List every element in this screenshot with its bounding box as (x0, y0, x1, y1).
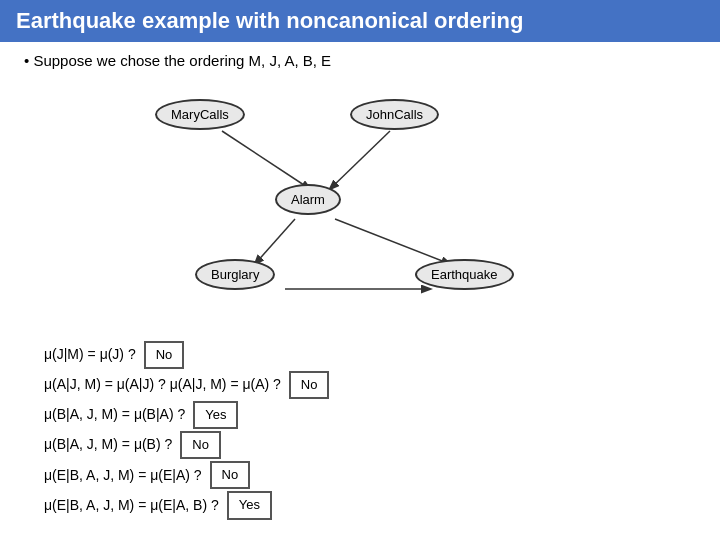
list-item: μ(B|A, J, M) = μ(B|A) ?Yes (44, 401, 696, 429)
svg-line-1 (330, 131, 390, 189)
list-item: μ(A|J, M) = μ(A|J) ? μ(A|J, M) = μ(A) ?N… (44, 371, 696, 399)
list-item: μ(J|M) = μ(J) ?No (44, 341, 696, 369)
answer-box: No (210, 461, 251, 489)
bullet-text: μ(E|B, A, J, M) = μ(E|A) ? (44, 464, 202, 488)
node-burglary: Burglary (195, 259, 275, 290)
svg-line-2 (255, 219, 295, 264)
bullet-text: μ(B|A, J, M) = μ(B) ? (44, 433, 172, 457)
answer-box: No (180, 431, 221, 459)
bullet-text: μ(B|A, J, M) = μ(B|A) ? (44, 403, 185, 427)
page-title: Earthquake example with noncanonical ord… (0, 0, 720, 42)
diagram: MaryCalls JohnCalls Alarm Burglary Earth… (0, 79, 720, 339)
subtitle: • Suppose we chose the ordering M, J, A,… (0, 52, 720, 79)
node-marycalls: MaryCalls (155, 99, 245, 130)
answer-box: Yes (193, 401, 238, 429)
bullet-text: μ(A|J, M) = μ(A|J) ? μ(A|J, M) = μ(A) ? (44, 373, 281, 397)
list-item: μ(E|B, A, J, M) = μ(E|A, B) ?Yes (44, 491, 696, 519)
node-johncalls: JohnCalls (350, 99, 439, 130)
bullet-list: μ(J|M) = μ(J) ?Noμ(A|J, M) = μ(A|J) ? μ(… (0, 341, 720, 520)
bullet-text: μ(J|M) = μ(J) ? (44, 343, 136, 367)
answer-box: Yes (227, 491, 272, 519)
bullet-text: μ(E|B, A, J, M) = μ(E|A, B) ? (44, 494, 219, 518)
node-alarm: Alarm (275, 184, 341, 215)
list-item: μ(E|B, A, J, M) = μ(E|A) ?No (44, 461, 696, 489)
answer-box: No (144, 341, 185, 369)
answer-box: No (289, 371, 330, 399)
node-earthquake: Earthquake (415, 259, 514, 290)
list-item: μ(B|A, J, M) = μ(B) ?No (44, 431, 696, 459)
svg-line-0 (222, 131, 310, 189)
svg-line-3 (335, 219, 450, 264)
